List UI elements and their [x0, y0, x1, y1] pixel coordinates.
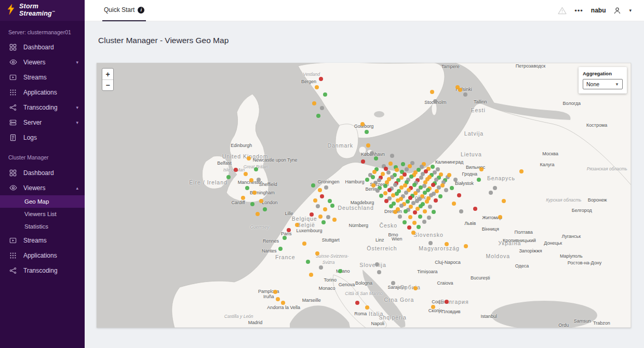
sidebar-item-streams[interactable]: Streams — [0, 70, 85, 85]
viewer-dot[interactable] — [326, 215, 330, 219]
viewer-dot[interactable] — [388, 162, 393, 166]
viewer-dot[interactable] — [413, 210, 417, 215]
viewer-dot[interactable] — [287, 228, 291, 232]
viewer-dot[interactable] — [404, 191, 408, 195]
sidebar-item-dashboard[interactable]: Dashboard — [0, 165, 85, 180]
viewer-dot[interactable] — [315, 85, 319, 89]
viewer-dot[interactable] — [479, 167, 484, 171]
viewer-dot[interactable] — [393, 183, 397, 187]
app-logo[interactable]: Storm Streaming™ — [0, 0, 85, 21]
viewer-dot[interactable] — [445, 300, 449, 304]
viewer-dot[interactable] — [502, 199, 506, 203]
sidebar-item-streams[interactable]: Streams — [0, 233, 85, 248]
user-icon[interactable] — [613, 7, 621, 15]
viewer-dot[interactable] — [390, 154, 394, 158]
viewer-dot[interactable] — [453, 178, 458, 182]
viewer-dot[interactable] — [256, 212, 260, 216]
viewer-dot[interactable] — [457, 193, 461, 197]
viewer-dot[interactable] — [245, 186, 249, 190]
viewer-dot[interactable] — [384, 199, 388, 203]
viewer-dot[interactable] — [311, 183, 315, 188]
viewer-dot[interactable] — [422, 184, 426, 188]
viewer-dot[interactable] — [254, 167, 258, 171]
viewer-dot[interactable] — [444, 188, 448, 192]
viewer-dot[interactable] — [431, 165, 435, 169]
alert-triangle-icon[interactable] — [558, 7, 567, 15]
viewer-dot[interactable] — [249, 178, 253, 182]
viewer-dot[interactable] — [323, 92, 327, 97]
viewer-dot[interactable] — [263, 207, 267, 211]
viewer-dot[interactable] — [387, 188, 392, 192]
viewer-dot[interactable] — [252, 191, 257, 195]
sidebar-item-dashboard[interactable]: Dashboard — [0, 39, 85, 55]
aggregation-select[interactable]: None ▼ — [583, 79, 623, 89]
sidebar-subitem-geo-map[interactable]: Geo Map — [0, 195, 85, 208]
viewer-dot[interactable] — [393, 210, 397, 214]
viewer-dot[interactable] — [464, 244, 468, 248]
sidebar-item-viewers[interactable]: Viewers▴ — [0, 180, 85, 195]
viewer-dot[interactable] — [312, 101, 316, 105]
viewer-dot[interactable] — [459, 209, 463, 213]
viewer-dot[interactable] — [401, 162, 405, 166]
viewer-dot[interactable] — [399, 204, 404, 208]
viewer-dot[interactable] — [244, 172, 248, 176]
viewer-dot[interactable] — [438, 194, 442, 198]
viewer-dot[interactable] — [431, 305, 435, 309]
viewer-dot[interactable] — [417, 225, 421, 229]
viewer-dot[interactable] — [473, 207, 477, 211]
viewer-dot[interactable] — [407, 225, 411, 230]
viewer-dot[interactable] — [411, 231, 415, 235]
viewer-dot[interactable] — [396, 198, 400, 203]
viewer-dot[interactable] — [493, 186, 497, 190]
viewer-dot[interactable] — [318, 188, 322, 192]
viewer-dot[interactable] — [309, 273, 313, 277]
viewer-dot[interactable] — [295, 223, 299, 227]
info-icon[interactable]: i — [138, 7, 144, 14]
viewer-dot[interactable] — [386, 170, 391, 175]
tab-quick-start[interactable]: Quick Start i — [102, 0, 146, 21]
viewer-dot[interactable] — [405, 167, 409, 171]
viewer-dot[interactable] — [489, 191, 493, 195]
viewer-dot[interactable] — [431, 183, 435, 187]
viewer-dot[interactable] — [361, 159, 365, 164]
viewer-dot[interactable] — [366, 143, 370, 148]
viewer-dot[interactable] — [383, 184, 387, 188]
viewer-dot[interactable] — [422, 220, 426, 224]
zoom-out-button[interactable]: − — [102, 79, 113, 90]
viewer-dot[interactable] — [250, 202, 254, 206]
viewer-dot[interactable] — [318, 215, 323, 219]
viewer-dot[interactable] — [458, 88, 462, 92]
viewer-dot[interactable] — [398, 215, 402, 219]
viewer-dot[interactable] — [391, 281, 395, 285]
zoom-in-button[interactable]: + — [102, 69, 113, 79]
viewer-dot[interactable] — [498, 215, 502, 219]
viewer-dot[interactable] — [372, 170, 377, 174]
sidebar-item-logs[interactable]: Logs — [0, 130, 85, 145]
viewer-dot[interactable] — [313, 198, 317, 203]
viewer-dot[interactable] — [302, 242, 306, 246]
viewer-dot[interactable] — [412, 221, 417, 225]
viewer-dot[interactable] — [310, 212, 314, 217]
viewer-dot[interactable] — [316, 114, 320, 118]
viewer-dot[interactable] — [427, 216, 431, 220]
viewer-dot[interactable] — [375, 262, 379, 266]
viewer-dot[interactable] — [391, 193, 395, 197]
viewer-dot[interactable] — [330, 204, 334, 208]
viewer-dot[interactable] — [319, 265, 323, 270]
viewer-dot[interactable] — [415, 199, 419, 203]
viewer-dot[interactable] — [332, 218, 337, 222]
chevron-down-icon[interactable]: ▾ — [629, 8, 632, 13]
viewer-dot[interactable] — [445, 242, 449, 246]
viewer-dot[interactable] — [418, 215, 422, 219]
viewer-dot[interactable] — [377, 178, 381, 182]
viewer-dot[interactable] — [324, 185, 328, 190]
viewer-dot[interactable] — [283, 236, 287, 240]
viewer-dot[interactable] — [430, 90, 434, 94]
viewer-dot[interactable] — [374, 156, 378, 160]
viewer-dot[interactable] — [425, 199, 429, 204]
viewer-dot[interactable] — [273, 290, 277, 294]
viewer-dot[interactable] — [413, 286, 418, 290]
viewer-dot[interactable] — [226, 175, 231, 179]
viewer-dot[interactable] — [379, 194, 383, 198]
viewer-dot[interactable] — [241, 196, 245, 200]
